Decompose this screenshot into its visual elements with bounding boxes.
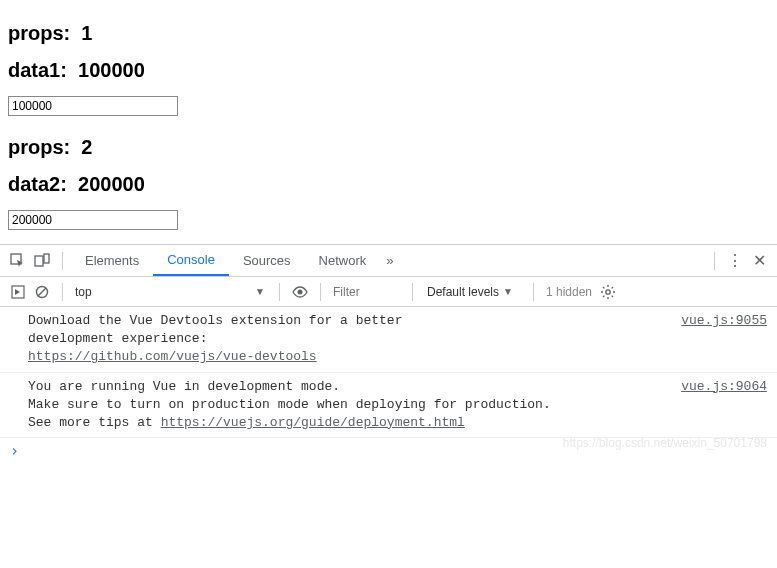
props2-label: props: [8,136,70,158]
hidden-count[interactable]: 1 hidden [546,285,592,299]
message-text: Download the Vue Devtools extension for … [28,313,402,328]
clear-console-icon[interactable] [33,283,51,301]
input1[interactable] [8,96,178,116]
svg-point-7 [606,289,610,293]
device-toolbar-icon[interactable] [33,252,51,270]
props2-row: props: 2 [8,136,769,159]
tab-sources[interactable]: Sources [229,245,305,276]
tab-network[interactable]: Network [305,245,381,276]
devtools-tab-bar: Elements Console Sources Network » ⋮ ✕ [0,245,777,277]
svg-line-5 [38,288,46,296]
context-label: top [71,285,255,299]
devtools-panel: Elements Console Sources Network » ⋮ ✕ t… [0,244,777,464]
props1-label: props: [8,22,70,44]
console-message: vue.js:9064 You are running Vue in devel… [0,373,777,439]
levels-label: Default levels [427,285,499,299]
gear-icon[interactable] [599,283,617,301]
divider [320,283,321,301]
console-message: vue.js:9055 Download the Vue Devtools ex… [0,307,777,373]
divider [412,283,413,301]
close-icon[interactable]: ✕ [750,252,768,270]
message-source-link[interactable]: vue.js:9055 [681,312,767,330]
props2-value: 2 [81,136,92,158]
message-link[interactable]: https://vuejs.org/guide/deployment.html [161,415,465,430]
kebab-menu-icon[interactable]: ⋮ [726,252,744,270]
caret-down-icon: ▼ [255,286,265,297]
log-levels-selector[interactable]: Default levels ▼ [427,285,519,299]
divider [279,283,280,301]
divider [533,283,534,301]
console-toolbar: top ▼ Default levels ▼ 1 hidden [0,277,777,307]
data2-value: 200000 [78,173,145,195]
divider [62,252,63,270]
divider [62,283,63,301]
divider [714,252,715,270]
tab-more[interactable]: » [380,245,399,276]
data2-label: data2: [8,173,67,195]
svg-rect-2 [44,254,49,263]
message-source-link[interactable]: vue.js:9064 [681,378,767,396]
message-text: You are running Vue in development mode. [28,379,340,394]
data1-value: 100000 [78,59,145,81]
message-text: Make sure to turn on production mode whe… [28,397,551,412]
input2[interactable] [8,210,178,230]
filter-input[interactable] [329,283,404,301]
eye-icon[interactable] [291,283,309,301]
props1-row: props: 1 [8,22,769,45]
sidebar-toggle-icon[interactable] [9,283,27,301]
svg-point-6 [298,289,303,294]
message-text: development experience: [28,331,207,346]
svg-rect-1 [35,256,43,266]
console-prompt[interactable]: › [0,438,777,464]
page-content: props: 1 data1: 100000 props: 2 data2: 2… [0,0,777,244]
props1-value: 1 [81,22,92,44]
console-messages: vue.js:9055 Download the Vue Devtools ex… [0,307,777,438]
data1-row: data1: 100000 [8,59,769,82]
inspect-icon[interactable] [9,252,27,270]
caret-down-icon: ▼ [503,286,513,297]
context-selector[interactable]: top ▼ [71,285,271,299]
tab-console[interactable]: Console [153,245,229,276]
data2-row: data2: 200000 [8,173,769,196]
tab-elements[interactable]: Elements [71,245,153,276]
message-link[interactable]: https://github.com/vuejs/vue-devtools [28,349,317,364]
data1-label: data1: [8,59,67,81]
message-text: See more tips at [28,415,161,430]
